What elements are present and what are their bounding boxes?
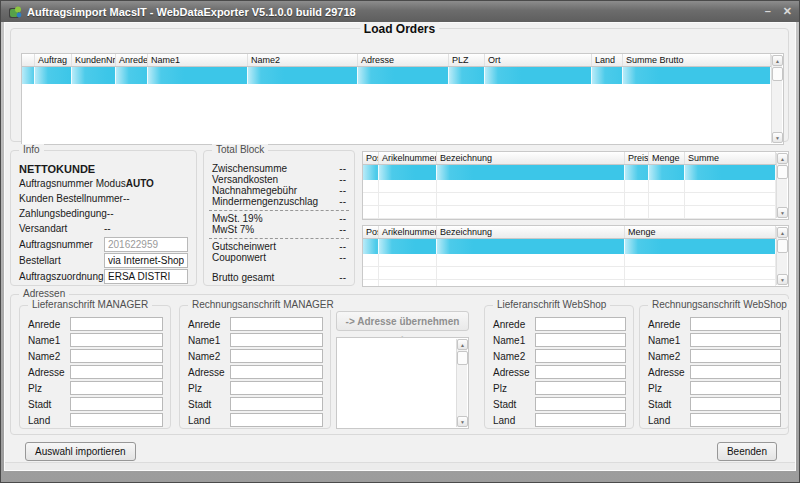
customer-type-label: NETTOKUNDE: [19, 163, 188, 175]
grid-qty-column-header[interactable]: Pos: [363, 226, 379, 238]
address-input-3-anrede[interactable]: [690, 317, 781, 331]
grid-qty-empty-cell: [625, 267, 776, 279]
grid-pos-scrollbar[interactable]: ▲▼: [776, 153, 787, 218]
window-title: Auftragsimport MacsIT - WebDataExporter …: [27, 6, 753, 18]
address-input-3-name1[interactable]: [690, 333, 781, 347]
scroll-up-icon[interactable]: ▲: [457, 339, 468, 350]
scroll-down-icon[interactable]: ▼: [777, 207, 788, 218]
address-input-2-stadt[interactable]: [535, 397, 626, 411]
address-listbox[interactable]: ▲▼: [336, 337, 469, 429]
address-input-3-stadt[interactable]: [690, 397, 781, 411]
address-input-1-land[interactable]: [230, 413, 323, 427]
address-field-row: Land: [188, 412, 323, 428]
positions-grid[interactable]: PosArikelnummerBezeichnungPreisMengeSumm…: [362, 151, 789, 220]
grid-qty-column-header[interactable]: Arikelnummer: [379, 226, 437, 238]
scrollbar-thumb[interactable]: [777, 239, 788, 253]
grid-orders-column-header[interactable]: Name2: [248, 54, 358, 66]
scroll-down-icon[interactable]: ▼: [777, 274, 788, 285]
total-label: MwSt. 19%: [212, 213, 339, 224]
address-input-1-stadt[interactable]: [230, 397, 323, 411]
scrollbar-thumb[interactable]: [777, 165, 788, 179]
scroll-down-icon[interactable]: ▼: [772, 132, 783, 143]
grid-orders-column-header[interactable]: Ort: [485, 54, 592, 66]
scrollbar-thumb[interactable]: [772, 67, 783, 81]
grid-pos-selected-row[interactable]: [363, 165, 776, 180]
address-input-0-name2[interactable]: [70, 349, 163, 363]
grid-qty-empty-cell: [379, 267, 437, 279]
scrollbar-thumb[interactable]: [457, 351, 468, 365]
address-input-1-adresse[interactable]: [230, 365, 323, 379]
grid-orders-column-header[interactable]: Auftrag: [35, 54, 72, 66]
address-input-0-anrede[interactable]: [70, 317, 163, 331]
address-input-1-plz[interactable]: [230, 381, 323, 395]
grid-qty-selected-cell: [363, 239, 379, 254]
address-input-2-adresse[interactable]: [535, 365, 626, 379]
address-input-2-anrede[interactable]: [535, 317, 626, 331]
address-input-2-plz[interactable]: [535, 381, 626, 395]
scroll-up-icon[interactable]: ▲: [777, 153, 788, 164]
grid-pos-column-header[interactable]: Summe: [685, 152, 776, 164]
address-field-row: Land: [493, 412, 626, 428]
grid-pos-column-header[interactable]: Bezeichnung: [437, 152, 625, 164]
grid-pos-column-header[interactable]: Preis: [625, 152, 649, 164]
address-input-2-name2[interactable]: [535, 349, 626, 363]
grid-pos-empty-cell: [379, 193, 437, 205]
address-input-2-name1[interactable]: [535, 333, 626, 347]
grid-qty-scrollbar[interactable]: ▲▼: [776, 227, 787, 285]
address-input-1-anrede[interactable]: [230, 317, 323, 331]
address-input-1-name2[interactable]: [230, 349, 323, 363]
scroll-up-icon[interactable]: ▲: [777, 227, 788, 238]
minimize-button[interactable]: –: [765, 6, 771, 17]
address-input-0-name1[interactable]: [70, 333, 163, 347]
grid-pos-column-header[interactable]: Arikelnummer: [379, 152, 437, 164]
grid-orders-column-header[interactable]: Adresse: [358, 54, 449, 66]
grid-qty-selected-row[interactable]: [363, 239, 776, 254]
info-input-1[interactable]: [104, 253, 188, 268]
grid-qty-selected-cell: [625, 239, 776, 254]
quit-button[interactable]: Beenden: [717, 442, 777, 461]
address-field-label: Land: [648, 415, 690, 426]
grid-orders-column-header[interactable]: Land: [592, 54, 623, 66]
grid-orders-scrollbar[interactable]: ▲▼: [771, 55, 782, 143]
grid-orders-column-header[interactable]: Anrede: [116, 54, 148, 66]
billing-address-manager-group: Rechnungsanschrift MANAGER AnredeName1Na…: [179, 305, 331, 429]
grid-orders-column-header[interactable]: Name1: [148, 54, 248, 66]
address-input-2-land[interactable]: [535, 413, 626, 427]
listbox-scrollbar[interactable]: ▲▼: [456, 339, 467, 427]
address-input-0-land[interactable]: [70, 413, 163, 427]
grid-orders-column-header[interactable]: KundenNr.: [72, 54, 116, 66]
info-field-value: AUTO: [126, 178, 188, 189]
info-input-0[interactable]: [104, 237, 188, 252]
quantities-grid[interactable]: PosArikelnummerBezeichnungMenge▲▼: [362, 225, 789, 287]
address-input-0-stadt[interactable]: [70, 397, 163, 411]
grid-pos-column-header[interactable]: Menge: [649, 152, 685, 164]
address-input-0-adresse[interactable]: [70, 365, 163, 379]
scroll-up-icon[interactable]: ▲: [772, 55, 783, 66]
import-selection-button[interactable]: Auswahl importieren: [25, 442, 136, 461]
total-value: --: [339, 241, 346, 252]
grid-qty-column-header[interactable]: Bezeichnung: [437, 226, 625, 238]
scroll-down-icon[interactable]: ▼: [457, 416, 468, 427]
grid-pos-header: PosArikelnummerBezeichnungPreisMengeSumm…: [363, 152, 776, 165]
total-label: Nachnahmegebühr: [212, 185, 339, 196]
address-field-label: Name2: [493, 351, 535, 362]
grid-orders-selected-cell: [592, 67, 623, 84]
transfer-address-button[interactable]: -> Adresse übernehmen ->: [336, 311, 469, 331]
grid-qty-empty-cell: [437, 280, 625, 287]
grid-orders-selected-row[interactable]: [22, 67, 771, 84]
grid-orders-column-header[interactable]: PLZ: [449, 54, 485, 66]
address-input-1-name1[interactable]: [230, 333, 323, 347]
address-input-3-land[interactable]: [690, 413, 781, 427]
address-field-row: Name2: [493, 348, 626, 364]
grid-pos-column-header[interactable]: Pos: [363, 152, 379, 164]
address-input-3-plz[interactable]: [690, 381, 781, 395]
grid-orders-column-header[interactable]: Summe Brutto: [623, 54, 771, 66]
orders-grid[interactable]: AuftragKundenNr.AnredeName1Name2AdresseP…: [21, 53, 784, 145]
grid-qty-column-header[interactable]: Menge: [625, 226, 776, 238]
address-input-0-plz[interactable]: [70, 381, 163, 395]
delivery-address-manager-title: Lieferanschrift MANAGER: [28, 299, 152, 310]
info-input-2[interactable]: [104, 269, 188, 284]
address-input-3-adresse[interactable]: [690, 365, 781, 379]
address-input-3-name2[interactable]: [690, 349, 781, 363]
close-button[interactable]: ✕: [783, 6, 792, 17]
